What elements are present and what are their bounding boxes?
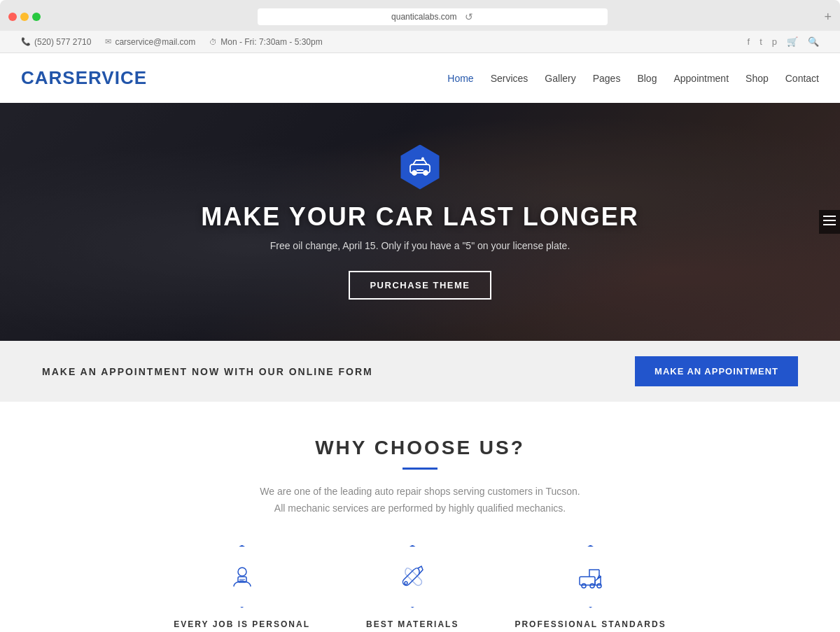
why-desc-line1: We are one of the leading auto repair sh… (260, 486, 580, 497)
minimize-dot[interactable] (20, 13, 29, 21)
pinterest-icon[interactable]: p (772, 36, 777, 47)
clock-icon: ⏱ (209, 38, 217, 46)
email-item: ✉ carservice@mail.com (105, 37, 195, 47)
why-choose-us-section: WHY CHOOSE US? We are one of the leading… (0, 402, 840, 632)
nav-item-appointment[interactable]: Appointment (673, 72, 729, 85)
nav-link-blog[interactable]: Blog (637, 73, 657, 84)
maximize-dot[interactable] (32, 13, 41, 21)
website-content: 📞 (520) 577 2710 ✉ carservice@mail.com ⏱… (0, 31, 840, 632)
nav-item-shop[interactable]: Shop (746, 72, 769, 85)
email-text: carservice@mail.com (115, 37, 195, 47)
topbar-right: f t p 🛒 🔍 (748, 36, 819, 47)
refresh-icon[interactable]: ↺ (465, 11, 473, 22)
nav-item-pages[interactable]: Pages (593, 72, 621, 85)
why-description: We are one of the leading auto repair sh… (245, 484, 595, 517)
nav-link-gallery[interactable]: Gallery (545, 73, 575, 84)
svg-point-2 (424, 171, 428, 175)
hours-item: ⏱ Mon - Fri: 7:30am - 5:30pm (209, 37, 322, 47)
feature-hex-standards (559, 545, 622, 608)
browser-chrome: quanticalabs.com ↺ + (0, 0, 840, 31)
site-logo[interactable]: CARSERVICE (21, 67, 147, 89)
wrench-icon (398, 563, 426, 591)
topbar: 📞 (520) 577 2710 ✉ carservice@mail.com ⏱… (0, 31, 840, 53)
truck-icon (577, 563, 605, 591)
features-list: EVERY JOB IS PERSONAL BEST MATERIALS (42, 545, 798, 629)
phone-text: (520) 577 2710 (34, 37, 91, 47)
why-desc-line2: All mechanic services are performed by h… (274, 503, 566, 514)
make-appointment-button[interactable]: MAKE AN APPOINTMENT (635, 356, 798, 386)
search-icon[interactable]: 🔍 (808, 36, 819, 47)
feature-label-materials: BEST MATERIALS (366, 619, 458, 629)
svg-point-10 (582, 584, 586, 588)
hero-content: MAKE YOUR CAR LAST LONGER Free oil chang… (201, 145, 638, 300)
nav-links: Home Services Gallery Pages Blog Appoint… (447, 72, 819, 85)
nav-link-pages[interactable]: Pages (593, 73, 621, 84)
nav-item-gallery[interactable]: Gallery (545, 72, 575, 85)
nav-link-home[interactable]: Home (447, 73, 473, 84)
sidebar-toggle-icon[interactable] (819, 210, 840, 234)
feature-item-materials: BEST MATERIALS (366, 545, 458, 629)
nav-item-blog[interactable]: Blog (637, 72, 657, 85)
svg-rect-5 (823, 224, 836, 225)
url-text: quanticalabs.com (391, 12, 456, 22)
svg-rect-3 (823, 216, 836, 217)
browser-dots (8, 13, 41, 21)
hero-title: MAKE YOUR CAR LAST LONGER (201, 202, 638, 232)
cart-icon[interactable]: 🛒 (787, 36, 798, 47)
hero-subtitle: Free oil change, April 15. Only if you h… (270, 240, 570, 251)
feature-item-standards: PROFESSIONAL STANDARDS (514, 545, 666, 629)
feature-label-personal: EVERY JOB IS PERSONAL (174, 619, 310, 629)
hero-section: MAKE YOUR CAR LAST LONGER Free oil chang… (0, 103, 840, 341)
svg-point-1 (412, 171, 416, 175)
new-tab-button[interactable]: + (824, 10, 832, 23)
svg-point-8 (405, 582, 407, 584)
purchase-theme-button[interactable]: PURCHASE THEME (349, 271, 491, 300)
close-dot[interactable] (8, 13, 17, 21)
phone-icon: 📞 (21, 37, 31, 46)
svg-point-11 (590, 584, 594, 588)
address-bar[interactable]: quanticalabs.com ↺ (258, 8, 608, 25)
nav-item-services[interactable]: Services (491, 72, 528, 85)
feature-label-standards: PROFESSIONAL STANDARDS (514, 619, 666, 629)
hours-text: Mon - Fri: 7:30am - 5:30pm (220, 37, 322, 47)
appointment-banner-text: MAKE AN APPOINTMENT NOW WITH OUR ONLINE … (42, 366, 373, 377)
appointment-banner: MAKE AN APPOINTMENT NOW WITH OUR ONLINE … (0, 341, 840, 402)
person-icon (228, 563, 256, 591)
hero-hexagon-icon (398, 145, 442, 190)
why-title: WHY CHOOSE US? (42, 437, 798, 459)
twitter-icon[interactable]: t (760, 36, 762, 47)
facebook-icon[interactable]: f (748, 36, 750, 47)
main-nav: CARSERVICE Home Services Gallery Pages B… (0, 53, 840, 103)
menu-lines-icon (823, 216, 836, 225)
topbar-left: 📞 (520) 577 2710 ✉ carservice@mail.com ⏱… (21, 37, 323, 47)
why-divider (402, 468, 438, 470)
feature-hex-personal (211, 545, 274, 608)
nav-link-services[interactable]: Services (491, 73, 528, 84)
nav-link-shop[interactable]: Shop (746, 73, 769, 84)
phone-item: 📞 (520) 577 2710 (21, 37, 91, 47)
car-icon (407, 155, 433, 180)
feature-item-personal: EVERY JOB IS PERSONAL (174, 545, 310, 629)
svg-point-12 (597, 584, 601, 588)
nav-item-contact[interactable]: Contact (785, 72, 819, 85)
nav-item-home[interactable]: Home (447, 72, 473, 85)
nav-link-contact[interactable]: Contact (785, 73, 819, 84)
feature-hex-materials (381, 545, 444, 608)
email-icon: ✉ (105, 37, 111, 46)
svg-rect-4 (823, 220, 836, 221)
svg-point-6 (238, 568, 246, 576)
browser-titlebar: quanticalabs.com ↺ + (0, 6, 840, 31)
nav-link-appointment[interactable]: Appointment (673, 73, 729, 84)
